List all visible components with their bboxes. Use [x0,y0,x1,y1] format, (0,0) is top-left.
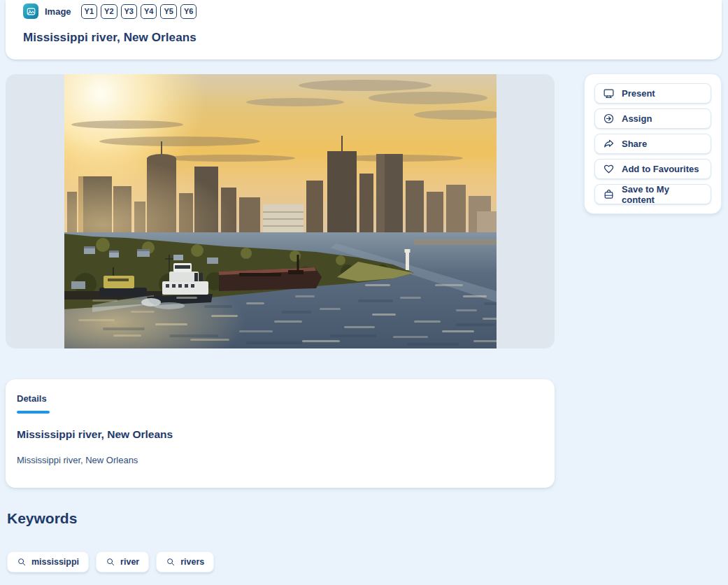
present-button[interactable]: Present [594,83,711,104]
image-icon [23,3,38,19]
asset-type-label: Image [45,6,71,17]
details-heading: Mississippi river, New Orleans [17,428,543,441]
action-label: Present [622,88,655,99]
details-card: Details Mississippi river, New Orleans M… [6,379,555,488]
asset-meta-row: Image Y1Y2Y3Y4Y5Y6 [23,3,197,19]
action-label: Add to Favourites [622,164,699,174]
keyword-label: rivers [180,557,204,567]
keywords-heading: Keywords [7,510,77,527]
year-button-y3[interactable]: Y3 [121,4,137,19]
assign-icon [603,113,615,125]
assign-button[interactable]: Assign [594,108,711,129]
action-label: Assign [622,113,652,124]
keyword-label: mississippi [31,557,79,567]
add-to-favourites-button[interactable]: Add to Favourites [594,159,711,179]
year-button-y5[interactable]: Y5 [160,4,176,19]
year-group-row: Y1Y2Y3Y4Y5Y6 [81,4,197,19]
search-icon [106,557,115,567]
keyword-pill-mississippi[interactable]: mississippi [7,551,89,572]
action-label: Save to My content [622,184,703,205]
keyword-row: mississippiriverrivers [7,551,214,572]
share-icon [603,138,615,150]
active-tab-indicator [17,411,50,414]
search-icon [166,557,176,567]
page-title: Mississippi river, New Orleans [23,31,197,45]
present-icon [603,87,615,99]
year-button-y1[interactable]: Y1 [81,4,97,19]
action-panel: PresentAssignShareAdd to FavouritesSave … [584,73,722,214]
keyword-pill-rivers[interactable]: rivers [156,551,214,572]
save-to-my-content-button[interactable]: Save to My content [594,184,711,204]
year-button-y2[interactable]: Y2 [101,4,117,19]
year-button-y6[interactable]: Y6 [180,4,197,19]
save-icon [603,188,615,200]
asset-photo [64,74,497,348]
image-viewer [6,74,555,348]
tab-details[interactable]: Details [17,393,50,414]
tab-details-label: Details [17,393,50,404]
action-label: Share [622,139,647,149]
search-icon [17,557,27,567]
year-button-y4[interactable]: Y4 [141,4,157,19]
keyword-label: river [120,557,139,567]
share-button[interactable]: Share [594,134,711,154]
header-card: Image Y1Y2Y3Y4Y5Y6 Mississippi river, Ne… [6,0,722,59]
keyword-pill-river[interactable]: river [96,551,149,572]
details-description: Mississippi river, New Orleans [17,455,543,465]
heart-icon [603,163,615,175]
